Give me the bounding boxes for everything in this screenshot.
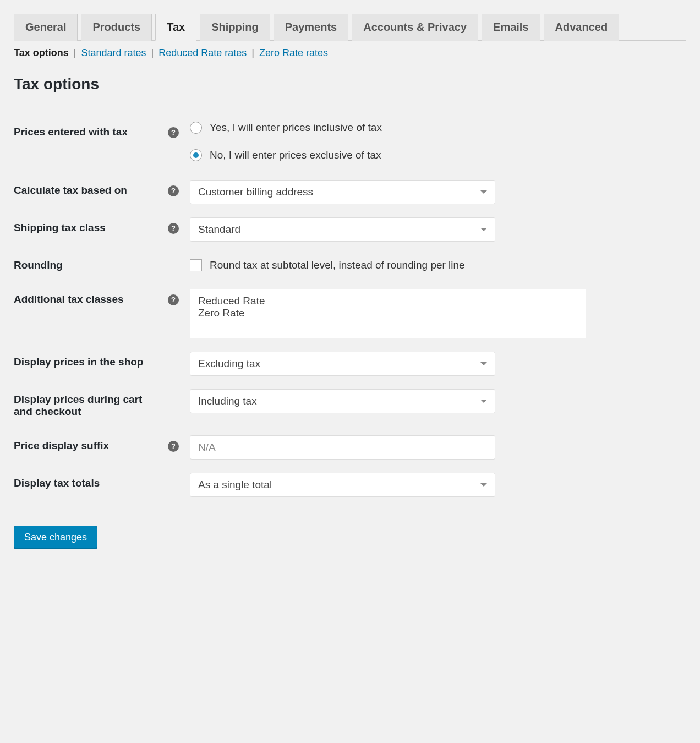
- select-value: Including tax: [198, 395, 257, 407]
- label-display-totals: Display tax totals: [14, 466, 168, 504]
- subsub-tax-options[interactable]: Tax options: [14, 47, 69, 58]
- subsub-standard-rates[interactable]: Standard rates: [81, 47, 146, 58]
- input-price-suffix[interactable]: N/A: [190, 435, 495, 460]
- label-price-suffix: Price display suffix: [14, 429, 168, 466]
- checkbox-icon: [190, 259, 202, 271]
- save-changes-button[interactable]: Save changes: [14, 526, 97, 549]
- select-display-totals[interactable]: As a single total: [190, 473, 495, 497]
- subsub-reduced-rates[interactable]: Reduced Rate rates: [158, 47, 247, 58]
- checkbox-label: Round tax at subtotal level, instead of …: [210, 259, 465, 271]
- select-value: Standard: [198, 223, 240, 235]
- label-additional-classes: Additional tax classes: [14, 282, 168, 345]
- chevron-down-icon: [480, 400, 487, 403]
- tab-advanced[interactable]: Advanced: [544, 14, 620, 41]
- label-prices-with-tax: Prices entered with tax: [14, 115, 168, 173]
- subsub-zero-rates[interactable]: Zero Rate rates: [259, 47, 328, 58]
- label-display-shop: Display prices in the shop: [14, 345, 168, 383]
- help-icon[interactable]: ?: [168, 127, 179, 138]
- radio-prices-yes[interactable]: Yes, I will enter prices inclusive of ta…: [190, 122, 686, 134]
- label-rounding: Rounding: [14, 248, 168, 282]
- help-icon[interactable]: ?: [168, 185, 179, 196]
- chevron-down-icon: [480, 362, 487, 365]
- tab-emails[interactable]: Emails: [482, 14, 540, 41]
- radio-button-icon: [190, 149, 202, 161]
- separator: |: [151, 47, 154, 58]
- tab-general[interactable]: General: [14, 14, 78, 41]
- help-icon[interactable]: ?: [168, 441, 179, 452]
- select-value: As a single total: [198, 479, 272, 490]
- label-shipping-tax-class: Shipping tax class: [14, 211, 168, 248]
- radio-prices-no[interactable]: No, I will enter prices exclusive of tax: [190, 149, 686, 161]
- tab-payments[interactable]: Payments: [274, 14, 349, 41]
- select-value: Excluding tax: [198, 358, 260, 369]
- label-display-cart: Display prices during cart and checkout: [14, 383, 168, 429]
- label-calc-based-on: Calculate tax based on: [14, 173, 168, 211]
- tab-products[interactable]: Products: [81, 14, 152, 41]
- separator: |: [251, 47, 254, 58]
- settings-tabs: General Products Tax Shipping Payments A…: [14, 14, 686, 41]
- select-display-shop[interactable]: Excluding tax: [190, 352, 495, 376]
- select-calc-based-on[interactable]: Customer billing address: [190, 180, 495, 204]
- help-icon[interactable]: ?: [168, 294, 179, 305]
- textarea-additional-classes[interactable]: Reduced Rate Zero Rate: [190, 289, 586, 338]
- chevron-down-icon: [480, 483, 487, 487]
- help-icon[interactable]: ?: [168, 223, 179, 234]
- radio-label: Yes, I will enter prices inclusive of ta…: [210, 122, 382, 134]
- tab-accounts[interactable]: Accounts & Privacy: [352, 14, 478, 41]
- radio-label: No, I will enter prices exclusive of tax: [210, 149, 381, 161]
- section-title: Tax options: [14, 75, 686, 93]
- checkbox-rounding[interactable]: Round tax at subtotal level, instead of …: [190, 255, 686, 271]
- chevron-down-icon: [480, 190, 487, 194]
- select-display-cart[interactable]: Including tax: [190, 389, 495, 413]
- select-value: Customer billing address: [198, 186, 313, 198]
- radio-button-icon: [190, 122, 202, 134]
- sub-sections: Tax options | Standard rates | Reduced R…: [14, 47, 686, 59]
- tab-tax[interactable]: Tax: [155, 14, 196, 41]
- separator: |: [74, 47, 76, 58]
- chevron-down-icon: [480, 228, 487, 231]
- tab-shipping[interactable]: Shipping: [200, 14, 270, 41]
- select-shipping-tax-class[interactable]: Standard: [190, 217, 495, 242]
